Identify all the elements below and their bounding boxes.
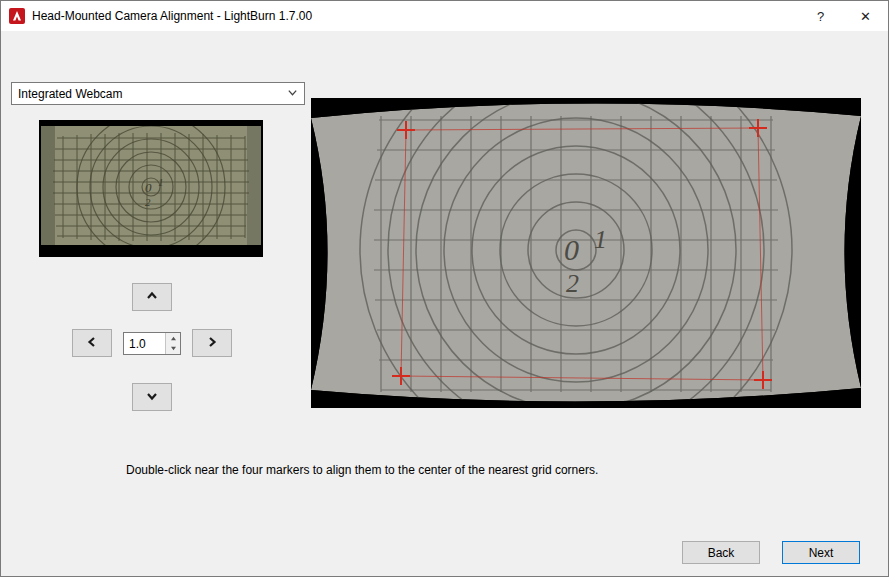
lightburn-logo-icon [9, 8, 25, 24]
spinner-controls [165, 333, 180, 354]
step-input[interactable] [124, 333, 165, 354]
help-button[interactable]: ? [798, 1, 843, 31]
preview-digit-zero: 0 [145, 180, 152, 195]
jog-left-button[interactable] [72, 329, 112, 357]
chevron-left-icon [85, 335, 99, 352]
target-digit-two: 2 [566, 269, 579, 298]
jog-down-button[interactable] [132, 383, 172, 411]
next-button[interactable]: Next [782, 541, 860, 564]
camera-alignment-dialog: Head-Mounted Camera Alignment - LightBur… [0, 0, 889, 577]
alignment-target-image[interactable]: 0 1 2 [311, 98, 861, 408]
chevron-right-icon [205, 335, 219, 352]
chevron-up-icon [145, 289, 159, 306]
preview-digit-two: 2 [145, 196, 151, 208]
target-digit-zero: 0 [564, 233, 579, 266]
jog-up-button[interactable] [132, 283, 172, 311]
step-spinbox [123, 332, 181, 355]
camera-select-dropdown[interactable]: Integrated Webcam [11, 82, 305, 105]
window-title: Head-Mounted Camera Alignment - LightBur… [32, 9, 798, 23]
close-button[interactable]: ✕ [843, 1, 888, 31]
spinner-up-button[interactable] [166, 333, 180, 344]
back-button[interactable]: Back [682, 541, 760, 564]
titlebar: Head-Mounted Camera Alignment - LightBur… [1, 1, 888, 31]
camera-preview-image: 0 1 2 [39, 120, 263, 257]
preview-digit-one: 1 [158, 176, 164, 188]
target-digit-one: 1 [594, 225, 607, 254]
chevron-down-icon [145, 389, 159, 406]
jog-right-button[interactable] [192, 329, 232, 357]
camera-select-value: Integrated Webcam [18, 87, 287, 101]
chevron-down-icon [287, 87, 298, 101]
spinner-down-button[interactable] [166, 344, 180, 355]
instruction-text: Double-click near the four markers to al… [126, 463, 598, 477]
